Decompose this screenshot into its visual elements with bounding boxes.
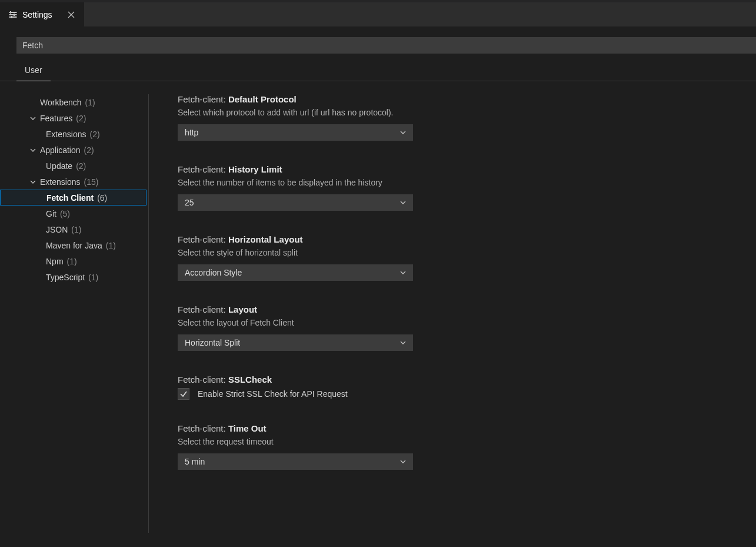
setting-title-prefix: Fetch-client: [178,304,226,314]
setting-title-name: Time Out [228,423,267,433]
tree-item-label: JSON [46,225,68,234]
chevron-down-icon [399,339,407,347]
setting-title-name: Layout [228,304,257,314]
settings-editor: User Workbench (1) Features (2) Extensio… [0,26,756,547]
chevron-down-icon [399,198,407,207]
close-icon[interactable] [66,10,76,19]
tree-workbench[interactable]: Workbench (1) [16,94,149,110]
setting-title-prefix: Fetch-client: [178,423,226,433]
setting-description: Select which protocol to add with url (i… [178,108,625,117]
chevron-down-icon [28,178,38,185]
history-limit-select[interactable]: 25 [178,194,413,211]
tree-item-label: Git [46,209,56,218]
tree-git[interactable]: Git (5) [16,205,149,221]
chevron-down-icon [28,147,38,154]
svg-rect-4 [14,14,15,16]
tree-features[interactable]: Features (2) [16,110,149,126]
ssl-check-checkbox[interactable] [178,388,189,400]
chevron-down-icon [399,458,407,466]
tree-item-label: Fetch Client [46,193,94,203]
layout-select[interactable]: Horizontal Split [178,334,413,351]
chevron-down-icon [28,115,38,122]
editor-tab-bar: Settings [0,2,756,26]
setting-title-prefix: Fetch-client: [178,234,226,244]
setting-title-name: SSLCheck [228,374,272,384]
ssl-check-row: Enable Strict SSL Check for API Request [178,388,625,400]
tree-npm[interactable]: Npm (1) [16,253,149,269]
tree-item-count: (6) [97,193,107,203]
select-value: 25 [185,198,194,207]
settings-tab-icon [8,10,18,19]
tree-item-label: Features [40,114,72,123]
setting-title-name: Default Protocol [228,94,297,104]
setting-default-protocol: Fetch-client: Default Protocol Select wh… [178,94,625,141]
tree-item-count: (1) [106,241,116,250]
setting-time-out: Fetch-client: Time Out Select the reques… [178,423,625,470]
tree-item-count: (5) [60,209,70,218]
tree-item-label: Application [40,145,81,155]
tree-item-label: Extensions [46,130,86,139]
setting-title: Fetch-client: Layout [178,304,625,314]
select-value: http [185,128,198,137]
setting-description: Select the request timeout [178,437,625,446]
setting-history-limit: Fetch-client: History Limit Select the n… [178,164,625,211]
settings-body: Workbench (1) Features (2) Extensions (2… [0,81,756,547]
tree-item-label: Workbench [40,98,82,107]
settings-list: Fetch-client: Default Protocol Select wh… [149,94,756,547]
setting-description: Select the layout of Fetch Client [178,318,625,327]
tree-item-label: Maven for Java [46,241,102,250]
setting-title: Fetch-client: SSLCheck [178,374,625,384]
tree-item-count: (1) [71,225,81,234]
svg-rect-2 [9,16,17,18]
tree-item-label: Update [46,161,72,171]
tree-application[interactable]: Application (2) [16,142,149,158]
setting-description: Select the number of items to be display… [178,178,625,187]
setting-title: Fetch-client: Horizontal Layout [178,234,625,244]
setting-horizontal-layout: Fetch-client: Horizontal Layout Select t… [178,234,625,281]
time-out-select[interactable]: 5 min [178,453,413,470]
settings-scope-row: User [0,54,756,81]
tree-item-label: Extensions [40,177,80,187]
tree-item-label: TypeScript [46,273,85,282]
tree-maven[interactable]: Maven for Java (1) [16,237,149,253]
setting-title-name: History Limit [228,164,282,174]
tree-json[interactable]: JSON (1) [16,221,149,237]
setting-layout: Fetch-client: Layout Select the layout o… [178,304,625,351]
tree-item-count: (2) [89,130,99,139]
tree-item-count: (1) [85,98,95,107]
setting-description: Select the style of horizontal split [178,248,625,257]
horizontal-layout-select[interactable]: Accordion Style [178,264,413,281]
tree-item-count: (2) [84,145,94,155]
setting-title: Fetch-client: Time Out [178,423,625,433]
tree-features-extensions[interactable]: Extensions (2) [16,126,149,142]
settings-search-input[interactable] [16,37,756,54]
tree-fetch-client[interactable]: Fetch Client (6) [0,190,146,205]
chevron-down-icon [399,128,407,137]
svg-rect-5 [11,16,12,18]
ssl-check-label: Enable Strict SSL Check for API Request [198,389,348,399]
select-value: Accordion Style [185,268,242,277]
settings-tree: Workbench (1) Features (2) Extensions (2… [0,94,149,547]
tree-typescript[interactable]: TypeScript (1) [16,269,149,285]
tab-settings[interactable]: Settings [0,2,84,26]
default-protocol-select[interactable]: http [178,124,413,141]
setting-title-prefix: Fetch-client: [178,94,226,104]
tab-label: Settings [22,10,52,19]
tree-item-label: Npm [46,257,64,266]
svg-rect-3 [10,11,11,14]
setting-title-prefix: Fetch-client: [178,374,226,384]
tree-item-count: (1) [67,257,77,266]
setting-title: Fetch-client: History Limit [178,164,625,174]
setting-title-name: Horizontal Layout [228,234,303,244]
svg-rect-1 [9,14,17,15]
chevron-down-icon [399,268,407,277]
setting-title-prefix: Fetch-client: [178,164,226,174]
tree-item-count: (1) [88,273,98,282]
search-row [0,37,756,54]
tree-item-count: (15) [84,177,98,187]
scope-tab-user[interactable]: User [16,59,51,81]
tree-extensions[interactable]: Extensions (15) [16,174,149,190]
select-value: 5 min [185,457,205,466]
tree-item-count: (2) [76,114,86,123]
tree-application-update[interactable]: Update (2) [16,158,149,174]
